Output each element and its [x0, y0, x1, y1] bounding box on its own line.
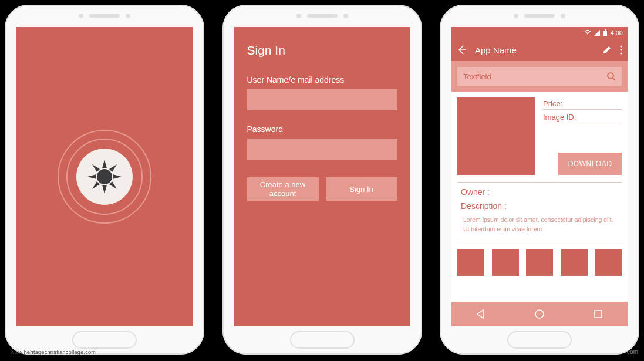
svg-point-13 [620, 45, 622, 47]
thumbnail[interactable] [595, 249, 622, 276]
svg-line-17 [613, 78, 615, 80]
app-title: App Name [475, 45, 595, 55]
search-icon[interactable] [606, 72, 616, 81]
svg-point-14 [620, 49, 622, 50]
svg-marker-3 [87, 174, 96, 179]
thumbnail[interactable] [561, 249, 588, 276]
battery-icon [603, 29, 608, 36]
svg-point-9 [587, 35, 588, 36]
phone-top [5, 5, 204, 27]
svg-marker-2 [102, 185, 107, 194]
svg-marker-1 [102, 160, 107, 168]
divider [457, 182, 622, 183]
svg-marker-18 [477, 310, 483, 318]
nav-recent-icon[interactable] [592, 308, 604, 320]
thumbnail[interactable] [492, 249, 519, 276]
image-id-label: Image ID: [543, 111, 622, 123]
back-icon[interactable] [456, 44, 468, 56]
create-account-button[interactable]: Create a new account [247, 177, 319, 201]
svg-marker-7 [92, 181, 100, 189]
price-label: Price: [543, 97, 622, 110]
app-bar: App Name [451, 39, 628, 61]
username-label: User Name/e mail address [247, 75, 397, 85]
wifi-icon [584, 30, 591, 36]
username-input[interactable] [247, 89, 397, 110]
signin-button[interactable]: Sign In [326, 177, 397, 201]
svg-rect-11 [603, 31, 607, 36]
svg-point-16 [608, 73, 613, 79]
thumbnail[interactable] [526, 249, 553, 276]
home-button[interactable] [72, 331, 137, 349]
edit-icon[interactable] [602, 45, 612, 55]
password-input[interactable] [247, 139, 397, 160]
svg-marker-4 [113, 174, 122, 179]
image-placeholder [457, 97, 535, 175]
phone-frame-splash [5, 5, 204, 355]
status-bar: 4.00 [451, 27, 628, 39]
watermark-right: .com [625, 349, 638, 355]
phone-top [222, 5, 422, 27]
splash-screen [16, 27, 193, 326]
phone-top [440, 5, 639, 27]
svg-rect-20 [595, 311, 602, 318]
description-text: Lorem ipsum dolor sit amet, consectetur … [457, 214, 622, 237]
thumbnail[interactable] [457, 249, 484, 276]
content-area: Price: Image ID: DOWNLOAD Owner : Descri… [451, 92, 628, 302]
password-label: Password [247, 124, 397, 134]
divider [457, 244, 622, 244]
nav-back-icon[interactable] [475, 308, 487, 320]
svg-point-0 [97, 169, 112, 184]
overflow-menu-icon[interactable] [619, 45, 623, 55]
owner-label: Owner : [461, 187, 622, 197]
description-label: Description : [461, 201, 622, 211]
svg-marker-6 [109, 164, 117, 172]
thumbnail-row [457, 249, 622, 276]
search-box[interactable] [457, 67, 622, 86]
signal-icon [594, 30, 600, 36]
sun-icon [76, 149, 133, 205]
nav-bar [451, 302, 628, 326]
svg-marker-5 [92, 164, 100, 172]
download-button[interactable]: DOWNLOAD [558, 153, 622, 175]
svg-marker-10 [594, 30, 600, 36]
home-button[interactable] [290, 331, 355, 349]
nav-home-icon[interactable] [534, 308, 545, 320]
watermark-left: www.heritagechristiancollege.com [11, 349, 96, 355]
signin-title: Sign In [247, 43, 397, 58]
splash-ring-outer [58, 130, 151, 224]
detail-screen: 4.00 App Name Price: Image I [451, 27, 628, 326]
svg-marker-8 [109, 181, 117, 189]
splash-ring-inner [66, 139, 143, 215]
search-input[interactable] [463, 72, 606, 81]
home-button[interactable] [507, 331, 572, 349]
phone-frame-signin: Sign In User Name/e mail address Passwor… [222, 5, 422, 355]
svg-rect-12 [605, 29, 606, 31]
signin-screen: Sign In User Name/e mail address Passwor… [234, 27, 410, 326]
svg-point-15 [620, 52, 622, 54]
status-time: 4.00 [611, 29, 623, 36]
svg-point-19 [535, 310, 544, 318]
phone-frame-detail: 4.00 App Name Price: Image I [440, 5, 639, 355]
